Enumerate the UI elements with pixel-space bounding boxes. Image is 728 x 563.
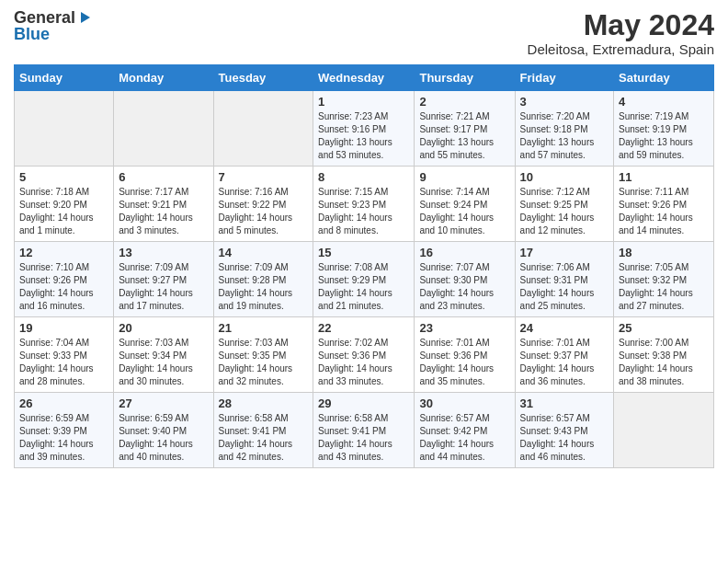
day-cell: 12Sunrise: 7:10 AM Sunset: 9:26 PM Dayli… [15,242,114,317]
day-cell: 30Sunrise: 6:57 AM Sunset: 9:42 PM Dayli… [415,393,515,468]
day-cell: 14Sunrise: 7:09 AM Sunset: 9:28 PM Dayli… [213,242,313,317]
day-info: Sunrise: 7:10 AM Sunset: 9:26 PM Dayligh… [19,261,108,313]
day-cell: 22Sunrise: 7:02 AM Sunset: 9:36 PM Dayli… [313,317,415,393]
day-number: 7 [219,170,309,184]
title-block: May 2024 Deleitosa, Extremadura, Spain [528,9,714,57]
header-friday: Friday [515,65,613,91]
day-cell [114,91,213,167]
day-cell: 5Sunrise: 7:18 AM Sunset: 9:20 PM Daylig… [15,167,114,242]
day-info: Sunrise: 7:14 AM Sunset: 9:24 PM Dayligh… [419,186,509,237]
day-number: 2 [419,95,509,109]
day-cell: 7Sunrise: 7:16 AM Sunset: 9:22 PM Daylig… [213,167,313,242]
day-number: 30 [419,396,509,410]
day-number: 13 [119,246,208,259]
day-cell: 19Sunrise: 7:04 AM Sunset: 9:33 PM Dayli… [15,317,114,393]
day-info: Sunrise: 7:09 AM Sunset: 9:28 PM Dayligh… [219,261,309,313]
day-cell: 26Sunrise: 6:59 AM Sunset: 9:39 PM Dayli… [15,393,114,468]
day-number: 15 [318,246,409,259]
day-cell [614,393,714,468]
day-info: Sunrise: 6:57 AM Sunset: 9:42 PM Dayligh… [419,412,509,464]
day-info: Sunrise: 6:58 AM Sunset: 9:41 PM Dayligh… [318,412,409,464]
day-cell: 1Sunrise: 7:23 AM Sunset: 9:16 PM Daylig… [313,91,415,167]
day-number: 26 [19,396,108,410]
logo-general-text: General [14,9,75,26]
logo: General Blue [14,9,92,42]
calendar-table: SundayMondayTuesdayWednesdayThursdayFrid… [14,64,714,468]
day-number: 16 [419,246,509,259]
day-info: Sunrise: 6:57 AM Sunset: 9:43 PM Dayligh… [520,412,609,464]
day-cell [213,91,313,167]
header-monday: Monday [114,65,213,91]
day-cell: 4Sunrise: 7:19 AM Sunset: 9:19 PM Daylig… [614,91,714,167]
day-info: Sunrise: 7:07 AM Sunset: 9:30 PM Dayligh… [419,261,509,313]
day-number: 9 [419,170,509,184]
location-title: Deleitosa, Extremadura, Spain [528,41,714,57]
day-info: Sunrise: 7:02 AM Sunset: 9:36 PM Dayligh… [318,337,409,388]
day-cell: 23Sunrise: 7:01 AM Sunset: 9:36 PM Dayli… [415,317,515,393]
day-info: Sunrise: 7:23 AM Sunset: 9:16 PM Dayligh… [318,110,409,162]
day-number: 20 [119,321,208,335]
week-row-3: 12Sunrise: 7:10 AM Sunset: 9:26 PM Dayli… [15,242,714,317]
day-info: Sunrise: 6:59 AM Sunset: 9:40 PM Dayligh… [119,412,208,464]
day-number: 19 [19,321,108,335]
day-info: Sunrise: 7:09 AM Sunset: 9:27 PM Dayligh… [119,261,208,313]
day-number: 29 [318,396,409,410]
day-number: 8 [318,170,409,184]
day-number: 21 [219,321,309,335]
day-number: 23 [419,321,509,335]
day-cell: 28Sunrise: 6:58 AM Sunset: 9:41 PM Dayli… [213,393,313,468]
day-number: 5 [19,170,108,184]
day-cell: 3Sunrise: 7:20 AM Sunset: 9:18 PM Daylig… [515,91,613,167]
header-thursday: Thursday [415,65,515,91]
day-number: 4 [619,95,709,109]
day-cell: 6Sunrise: 7:17 AM Sunset: 9:21 PM Daylig… [114,167,213,242]
day-number: 31 [520,396,609,410]
header-wednesday: Wednesday [313,65,415,91]
day-cell: 15Sunrise: 7:08 AM Sunset: 9:29 PM Dayli… [313,242,415,317]
month-title: May 2024 [528,9,714,41]
day-cell: 17Sunrise: 7:06 AM Sunset: 9:31 PM Dayli… [515,242,613,317]
day-info: Sunrise: 7:16 AM Sunset: 9:22 PM Dayligh… [219,186,309,237]
day-info: Sunrise: 7:08 AM Sunset: 9:29 PM Dayligh… [318,261,409,313]
day-number: 18 [619,246,709,259]
svg-marker-0 [81,12,90,23]
day-cell: 10Sunrise: 7:12 AM Sunset: 9:25 PM Dayli… [515,167,613,242]
day-number: 25 [619,321,709,335]
day-cell: 13Sunrise: 7:09 AM Sunset: 9:27 PM Dayli… [114,242,213,317]
day-info: Sunrise: 7:03 AM Sunset: 9:34 PM Dayligh… [119,337,208,388]
day-cell: 25Sunrise: 7:00 AM Sunset: 9:38 PM Dayli… [614,317,714,393]
day-number: 11 [619,170,709,184]
day-info: Sunrise: 7:15 AM Sunset: 9:23 PM Dayligh… [318,186,409,237]
day-cell: 11Sunrise: 7:11 AM Sunset: 9:26 PM Dayli… [614,167,714,242]
page-header: General Blue May 2024 Deleitosa, Extrema… [14,9,714,57]
day-cell [15,91,114,167]
day-number: 24 [520,321,609,335]
day-info: Sunrise: 7:04 AM Sunset: 9:33 PM Dayligh… [19,337,108,388]
day-cell: 16Sunrise: 7:07 AM Sunset: 9:30 PM Dayli… [415,242,515,317]
day-number: 6 [119,170,208,184]
day-number: 3 [520,95,609,109]
day-number: 27 [119,396,208,410]
day-number: 10 [520,170,609,184]
day-number: 14 [219,246,309,259]
day-cell: 29Sunrise: 6:58 AM Sunset: 9:41 PM Dayli… [313,393,415,468]
day-info: Sunrise: 7:01 AM Sunset: 9:36 PM Dayligh… [419,337,509,388]
week-row-5: 26Sunrise: 6:59 AM Sunset: 9:39 PM Dayli… [15,393,714,468]
day-info: Sunrise: 7:17 AM Sunset: 9:21 PM Dayligh… [119,186,208,237]
header-sunday: Sunday [15,65,114,91]
day-cell: 24Sunrise: 7:01 AM Sunset: 9:37 PM Dayli… [515,317,613,393]
header-saturday: Saturday [614,65,714,91]
day-cell: 9Sunrise: 7:14 AM Sunset: 9:24 PM Daylig… [415,167,515,242]
day-info: Sunrise: 7:03 AM Sunset: 9:35 PM Dayligh… [219,337,309,388]
day-info: Sunrise: 7:11 AM Sunset: 9:26 PM Dayligh… [619,186,709,237]
week-row-4: 19Sunrise: 7:04 AM Sunset: 9:33 PM Dayli… [15,317,714,393]
day-cell: 31Sunrise: 6:57 AM Sunset: 9:43 PM Dayli… [515,393,613,468]
day-info: Sunrise: 7:01 AM Sunset: 9:37 PM Dayligh… [520,337,609,388]
day-info: Sunrise: 7:18 AM Sunset: 9:20 PM Dayligh… [19,186,108,237]
day-info: Sunrise: 7:00 AM Sunset: 9:38 PM Dayligh… [619,337,709,388]
day-number: 17 [520,246,609,259]
day-info: Sunrise: 7:06 AM Sunset: 9:31 PM Dayligh… [520,261,609,313]
week-row-1: 1Sunrise: 7:23 AM Sunset: 9:16 PM Daylig… [15,91,714,167]
day-number: 22 [318,321,409,335]
day-number: 28 [219,396,309,410]
